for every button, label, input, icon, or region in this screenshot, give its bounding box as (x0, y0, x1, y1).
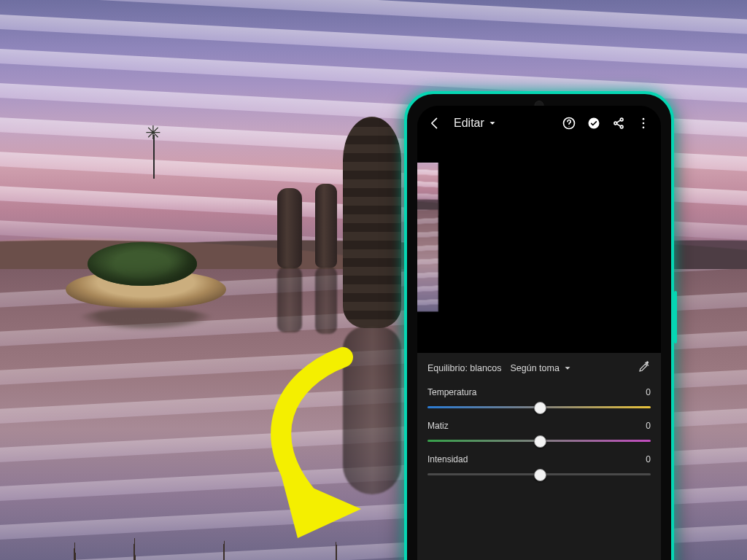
tint-value: 0 (646, 421, 651, 431)
chevron-down-icon (487, 118, 498, 128)
temperature-value: 0 (646, 387, 651, 397)
screen-title-dropdown[interactable]: Editar (454, 117, 498, 130)
back-button[interactable] (425, 113, 445, 133)
svg-point-8 (643, 127, 645, 129)
tint-label: Matiz (427, 421, 449, 431)
palm-trunk (315, 184, 337, 268)
app-bar: Editar (417, 106, 661, 141)
palm-trunk-large (343, 117, 401, 328)
temperature-label: Temperatura (427, 387, 476, 397)
svg-point-7 (643, 122, 645, 125)
adjustments-panel: Equilibrio: blancos Según toma Temperatu… (417, 352, 661, 560)
palm-trunk (277, 188, 302, 268)
eyedropper-button[interactable] (638, 360, 651, 376)
help-button[interactable] (559, 113, 579, 133)
app-screen: Editar (417, 106, 661, 560)
white-balance-preset-dropdown[interactable]: Según toma (510, 363, 572, 373)
island (66, 242, 226, 322)
intensity-slider[interactable]: Intensidad 0 (427, 454, 651, 481)
phone-power-button (674, 291, 677, 343)
svg-point-1 (569, 126, 570, 127)
svg-point-2 (589, 118, 600, 129)
svg-point-6 (643, 118, 645, 120)
phone-device: Editar (404, 91, 674, 560)
distant-palm (153, 135, 155, 179)
confirm-button[interactable] (584, 113, 604, 133)
screen-title-label: Editar (454, 117, 484, 130)
tint-slider[interactable]: Matiz 0 (427, 421, 651, 447)
chevron-down-icon (562, 363, 573, 373)
white-balance-preset-value: Según toma (510, 363, 559, 373)
share-button[interactable] (608, 113, 629, 133)
white-balance-label: Equilibrio: blancos (427, 363, 501, 373)
image-preview[interactable] (417, 163, 661, 352)
temperature-slider[interactable]: Temperatura 0 (427, 387, 651, 413)
intensity-label: Intensidad (427, 454, 468, 464)
intensity-value: 0 (646, 454, 651, 464)
more-button[interactable] (633, 113, 654, 133)
